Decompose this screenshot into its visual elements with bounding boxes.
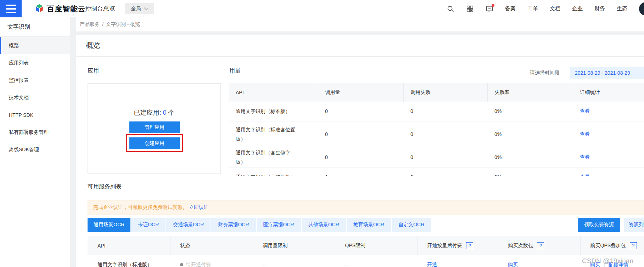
sidebar-item-http-sdk[interactable]: HTTP SDK (0, 106, 70, 124)
view-detail-link[interactable]: 查看 (580, 154, 590, 160)
navbar-right: 备案 工单 文档 企业 财务 生态 (447, 0, 644, 17)
tab-medical-ocr[interactable]: 医疗票据OCR (257, 218, 301, 232)
usage-table: API 调用量 调用失败 失败率 详细统计 通用文字识别（标准版） 0 0 0%… (229, 83, 644, 176)
tab-education-ocr[interactable]: 教育场景OCR (347, 218, 391, 232)
time-range-picker[interactable]: 2021-08-29 - 2021-08-29 (570, 67, 644, 79)
tab-traffic-ocr[interactable]: 交通场景OCR (166, 218, 211, 232)
open-postpay-link[interactable]: 开通 (427, 262, 437, 267)
time-range-value: 2021-08-29 - 2021-08-29 (575, 70, 630, 76)
created-apps-label: 已建应用: (134, 109, 161, 116)
failure-rate-value: 0% (487, 121, 573, 147)
table-row: 通用文字识别（标准含位置版） 0 0 0% 查看 (229, 121, 644, 147)
breadcrumb: 产品服务 / 文字识别 - 概览 (76, 17, 644, 32)
chevron-down-icon (144, 6, 149, 10)
nav-item-wendang[interactable]: 文档 (550, 5, 560, 12)
calls-value: 0 (318, 102, 403, 121)
link-separator: | (604, 262, 605, 267)
region-selector[interactable]: 全局 (125, 3, 154, 14)
svc-col-count-pack: 购买次数包 ? (498, 236, 580, 255)
nav-item-beian[interactable]: 备案 (505, 5, 516, 12)
breadcrumb-parent[interactable]: 产品服务 (80, 21, 100, 28)
usage-header-row: API 调用量 调用失败 失败率 详细统计 (229, 83, 644, 102)
nav-item-qiye[interactable]: 企业 (572, 5, 583, 12)
notification-badge (492, 4, 494, 7)
content-card: 概览 应用 已建应用: 0 个 管理应用 创建应用 用量 请选择时间段 2021… (76, 35, 644, 267)
nav-item-gongdan[interactable]: 工单 (527, 5, 538, 12)
buy-qps-pack-link[interactable]: 购买 (590, 262, 600, 267)
nav-item-caiwu[interactable]: 财务 (594, 5, 605, 12)
brand-name: 百度智能云 (47, 4, 86, 14)
services-table-container: API 状态 调用量限制 QPS限制 开通按量后付费 ? 购买次数包 ? 购买Q… (88, 236, 644, 267)
status-badge: 待开通付费 (186, 262, 211, 267)
sidebar-item-tech-docs[interactable]: 技术文档 (0, 89, 70, 106)
manage-app-button[interactable]: 管理应用 (129, 121, 180, 133)
top-navbar: 百度智能云 控制台总览 全局 备案 工单 文档 企业 财务 生态 (0, 0, 644, 17)
table-row: 通用文字识别（标准版） 0 0 0% 查看 (229, 102, 644, 121)
svc-quota-value: -- (253, 255, 335, 267)
tab-finance-ocr[interactable]: 财务票据OCR (211, 218, 256, 232)
menu-toggle-icon[interactable] (0, 0, 22, 17)
svc-api-name: 通用文字识别（标准版） (88, 255, 170, 267)
service-tabs: 通用场景OCR 卡证OCR 交通场景OCR 财务票据OCR 医疗票据OCR 其他… (88, 218, 431, 232)
apps-grid-icon[interactable] (466, 5, 474, 13)
svc-col-count-pack-label: 购买次数包 (508, 242, 533, 248)
help-icon[interactable]: ? (466, 242, 473, 249)
nav-item-shengtai[interactable]: 生态 (617, 5, 627, 12)
sidebar-item-app-list[interactable]: 应用列表 (0, 54, 70, 72)
certify-now-link[interactable]: 立即认证 (189, 204, 209, 211)
claim-free-resources-button[interactable]: 领取免费资源 (578, 218, 620, 232)
app-box: 已建应用: 0 个 管理应用 创建应用 (88, 83, 221, 174)
table-row: 通用文字识别（标准版） 待开通付费 -- -- 开通 购买 购买 | 配额详情 (88, 255, 644, 267)
svc-col-qps-pack-label: 购买QPS叠加包 (590, 242, 626, 248)
breadcrumb-current: 文字识别 - 概览 (106, 21, 140, 28)
usage-col-failures: 调用失败 (403, 83, 487, 102)
svc-col-quota: 调用量限制 (253, 236, 335, 255)
brand-logo[interactable]: 百度智能云 (35, 0, 86, 17)
sidebar-title: 文字识别 (0, 17, 70, 36)
created-apps-value: 0 (163, 109, 167, 116)
sidebar-item-offline-sdk[interactable]: 离线SDK管理 (0, 141, 70, 158)
failure-rate-value: 0% (487, 147, 573, 167)
tab-custom-ocr[interactable]: 自定义OCR (392, 218, 431, 232)
view-detail-link[interactable]: 查看 (580, 108, 590, 114)
resource-list-button[interactable]: 资源列表 (624, 218, 644, 232)
message-icon[interactable] (486, 5, 493, 13)
help-icon[interactable]: ? (630, 242, 637, 249)
view-detail-link[interactable]: 查看 (580, 174, 590, 176)
svc-col-postpay: 开通按量后付费 ? (417, 236, 498, 255)
usage-col-failure-rate: 失败率 (487, 83, 573, 102)
console-title: 控制台总览 (85, 0, 115, 17)
api-name: 通用文字识别（高精度版） (236, 172, 295, 176)
sidebar-item-private-deploy[interactable]: 私有部署服务管理 (0, 124, 70, 141)
failures-value: 0 (403, 167, 487, 176)
breadcrumb-separator: / (102, 22, 103, 27)
user-avatar[interactable] (639, 2, 644, 16)
failure-rate-value: 0% (487, 102, 573, 121)
status-dot-icon (180, 263, 183, 266)
create-app-button[interactable]: 创建应用 (129, 137, 180, 149)
failure-rate-value: 0% (487, 167, 573, 176)
svc-col-postpay-label: 开通按量后付费 (427, 242, 462, 248)
quota-detail-link[interactable]: 配额详情 (608, 262, 628, 267)
sidebar-item-monitor-report[interactable]: 监控报表 (0, 72, 70, 89)
services-header-row: API 状态 调用量限制 QPS限制 开通按量后付费 ? 购买次数包 ? 购买Q… (88, 236, 644, 255)
tab-general-ocr[interactable]: 通用场景OCR (88, 218, 130, 232)
baidu-cloud-logo-icon (35, 4, 44, 14)
svc-col-status: 状态 (170, 236, 253, 255)
notice-text: 完成企业认证，可领取更多免费测试资源。 (93, 204, 187, 211)
calls-value: 0 (318, 167, 403, 176)
help-icon[interactable]: ? (537, 242, 544, 249)
tab-card-ocr[interactable]: 卡证OCR (131, 218, 166, 232)
svc-qps-value: -- (335, 255, 417, 267)
created-apps-count: 已建应用: 0 个 (88, 108, 220, 117)
search-icon[interactable] (447, 5, 454, 13)
api-name: 通用文字识别（标准含位置版） (236, 125, 298, 143)
services-table: API 状态 调用量限制 QPS限制 开通按量后付费 ? 购买次数包 ? 购买Q… (88, 236, 644, 267)
app-section-title: 应用 (88, 67, 99, 75)
sidebar-item-overview[interactable]: 概览 (0, 37, 70, 54)
buy-count-pack-link[interactable]: 购买 (508, 262, 518, 267)
view-detail-link[interactable]: 查看 (580, 131, 590, 137)
tab-other-ocr[interactable]: 其他场景OCR (302, 218, 346, 232)
svc-col-api: API (88, 236, 170, 255)
svc-col-qps: QPS限制 (335, 236, 417, 255)
